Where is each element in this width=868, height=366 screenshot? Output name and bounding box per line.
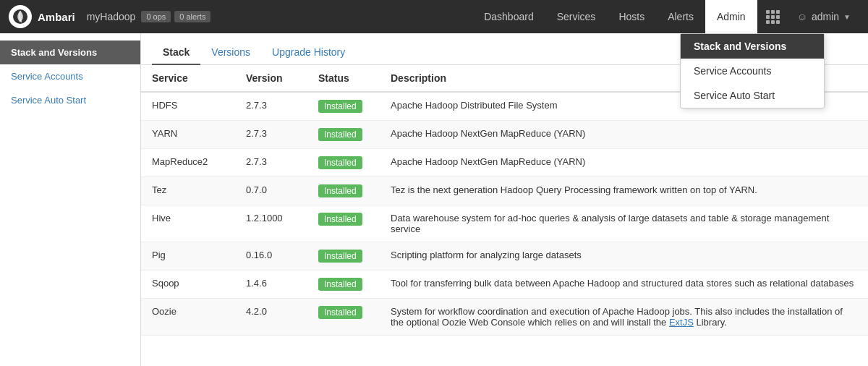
cell-service: Hive — [141, 205, 235, 242]
sidebar-item-service-auto-start[interactable]: Service Auto Start — [0, 88, 140, 112]
nav-dashboard[interactable]: Dashboard — [472, 0, 545, 33]
dropdown-stack-versions[interactable]: Stack and Versions — [681, 34, 824, 59]
cell-description: Tool for transferring bulk data between … — [380, 271, 868, 299]
cell-status: Installed — [307, 177, 380, 205]
cell-status: Installed — [307, 242, 380, 271]
extjs-link[interactable]: ExtJS — [669, 317, 694, 328]
nav-hosts[interactable]: Hosts — [607, 0, 656, 33]
nav-services[interactable]: Services — [545, 0, 608, 33]
nav-items: Dashboard Services Hosts Alerts Admin ☺ … — [472, 0, 859, 33]
status-badge: Installed — [318, 156, 362, 169]
status-badge: Installed — [318, 213, 362, 226]
table-row: Sqoop1.4.6InstalledTool for transferring… — [141, 271, 868, 299]
cell-version: 4.2.0 — [235, 299, 307, 336]
sidebar-item-service-accounts[interactable]: Service Accounts — [0, 64, 140, 88]
status-badge: Installed — [318, 306, 362, 319]
status-badge: Installed — [318, 128, 362, 141]
logo-icon — [12, 8, 29, 25]
status-badge: Installed — [318, 250, 362, 263]
tab-versions[interactable]: Versions — [200, 41, 261, 65]
col-header-version: Version — [235, 65, 307, 92]
cell-status: Installed — [307, 299, 380, 336]
cell-service: MapReduce2 — [141, 149, 235, 177]
table-row: Hive1.2.1000InstalledData warehouse syst… — [141, 205, 868, 242]
cell-description: Data warehouse system for ad-hoc queries… — [380, 205, 868, 242]
cell-service: Sqoop — [141, 271, 235, 299]
grid-menu-button[interactable] — [757, 0, 788, 33]
cell-description: Apache Hadoop NextGen MapReduce (YARN) — [380, 121, 868, 149]
sidebar: Stack and Versions Service Accounts Serv… — [0, 33, 141, 366]
cell-description: System for workflow coordination and exe… — [380, 299, 868, 336]
dropdown-service-accounts[interactable]: Service Accounts — [681, 59, 824, 83]
nav-alerts[interactable]: Alerts — [656, 0, 705, 33]
table-row: Tez0.7.0InstalledTez is the next generat… — [141, 177, 868, 205]
cell-status: Installed — [307, 271, 380, 299]
tab-upgrade-history[interactable]: Upgrade History — [261, 41, 356, 65]
table-row: Oozie4.2.0InstalledSystem for workflow c… — [141, 299, 868, 336]
cell-description: Tez is the next generation Hadoop Query … — [380, 177, 868, 205]
table-row: YARN2.7.3InstalledApache Hadoop NextGen … — [141, 121, 868, 149]
brand: Ambari — [9, 5, 75, 28]
admin-label: admin — [812, 11, 839, 22]
user-menu-button[interactable]: ☺ admin ▼ — [788, 0, 859, 33]
status-badge: Installed — [318, 184, 362, 197]
cell-status: Installed — [307, 149, 380, 177]
cell-service: Tez — [141, 177, 235, 205]
cell-service: Pig — [141, 242, 235, 271]
cell-service: HDFS — [141, 92, 235, 121]
cell-version: 0.16.0 — [235, 242, 307, 271]
cell-version: 0.7.0 — [235, 177, 307, 205]
brand-name: Ambari — [38, 11, 75, 23]
col-header-service: Service — [141, 65, 235, 92]
cell-service: Oozie — [141, 299, 235, 336]
table-row: MapReduce22.7.3InstalledApache Hadoop Ne… — [141, 149, 868, 177]
status-badge: Installed — [318, 278, 362, 291]
tab-stack[interactable]: Stack — [152, 41, 200, 65]
cell-version: 2.7.3 — [235, 121, 307, 149]
col-header-status: Status — [307, 65, 380, 92]
admin-dropdown: Stack and Versions Service Accounts Serv… — [680, 33, 825, 108]
cell-status: Installed — [307, 121, 380, 149]
dropdown-service-auto-start[interactable]: Service Auto Start — [681, 83, 824, 108]
ops-badge: 0 ops — [141, 11, 171, 22]
cell-description: Scripting platform for analyzing large d… — [380, 242, 868, 271]
navbar: Ambari myHadoop 0 ops 0 alerts Dashboard… — [0, 0, 868, 33]
cell-version: 1.4.6 — [235, 271, 307, 299]
cell-status: Installed — [307, 205, 380, 242]
status-badge: Installed — [318, 100, 362, 113]
grid-icon — [766, 10, 780, 24]
cell-version: 2.7.3 — [235, 149, 307, 177]
cell-version: 1.2.1000 — [235, 205, 307, 242]
cell-status: Installed — [307, 92, 380, 121]
alerts-badge: 0 alerts — [174, 11, 210, 22]
logo — [9, 5, 32, 28]
cell-description: Apache Hadoop NextGen MapReduce (YARN) — [380, 149, 868, 177]
sidebar-item-stack-versions[interactable]: Stack and Versions — [0, 41, 140, 64]
table-row: Pig0.16.0InstalledScripting platform for… — [141, 242, 868, 271]
nav-admin[interactable]: Admin — [705, 0, 757, 33]
dropdown-arrow-icon: ▼ — [843, 13, 851, 21]
cell-version: 2.7.3 — [235, 92, 307, 121]
cell-service: YARN — [141, 121, 235, 149]
cluster-name: myHadoop — [87, 11, 136, 22]
user-icon: ☺ — [797, 11, 807, 22]
